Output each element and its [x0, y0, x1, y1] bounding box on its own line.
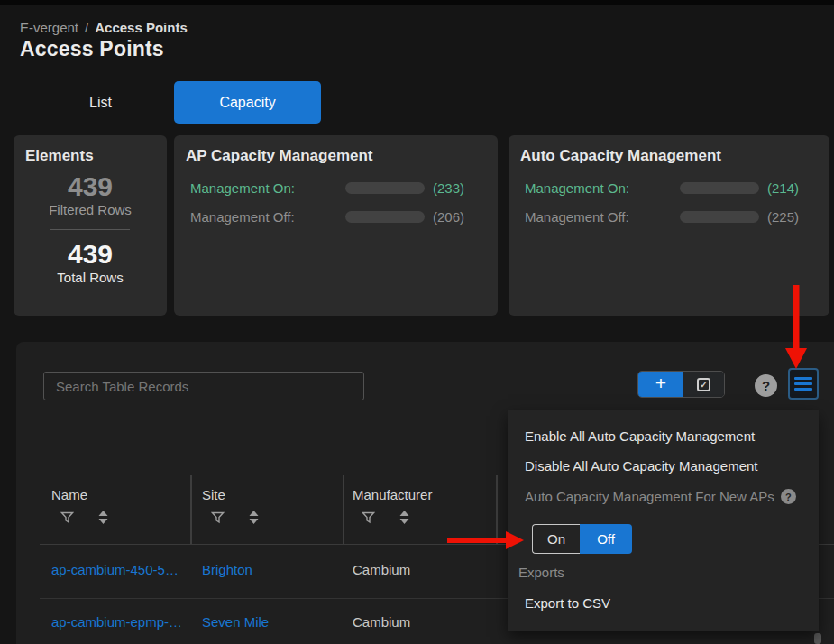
ap-management-off-label: Management Off:	[190, 209, 345, 225]
new-aps-toggle: On Off	[532, 524, 632, 554]
total-rows-value: 439	[14, 240, 167, 269]
annotation-arrow-menu-button	[784, 285, 809, 370]
select-columns-button[interactable]: ✓	[683, 372, 724, 397]
sort-icon[interactable]	[98, 511, 108, 524]
auto-capacity-card-title: Auto Capacity Management	[509, 135, 829, 165]
filter-icon[interactable]	[60, 511, 74, 524]
ap-capacity-card: AP Capacity Management Management On: (2…	[174, 135, 498, 316]
column-header-site[interactable]: Site	[202, 487, 225, 502]
breadcrumb-current: Access Points	[95, 20, 188, 35]
filtered-rows-value: 439	[14, 172, 167, 201]
auto-management-off-bar	[680, 211, 759, 223]
tab-list[interactable]: List	[27, 81, 174, 124]
view-tabs: List Capacity	[27, 81, 321, 124]
table-menu-button[interactable]	[788, 368, 819, 400]
breadcrumb-root[interactable]: E-vergent	[20, 20, 78, 35]
menu-item-disable-all[interactable]: Disable All Auto Capacity Management	[525, 458, 757, 474]
app-screen: E-vergent / Access Points Access Points …	[0, 0, 834, 644]
row-site-link[interactable]: Seven Mile	[202, 614, 269, 630]
auto-management-off-label: Management Off:	[525, 209, 680, 225]
ap-management-on-label: Management On:	[190, 180, 345, 196]
total-rows-label: Total Rows	[14, 270, 167, 285]
annotation-arrow-toggle	[447, 531, 525, 549]
filter-icon[interactable]	[362, 511, 375, 524]
menu-item-new-aps: Auto Capacity Management For New APs ?	[525, 489, 796, 504]
ap-management-on-count: (233)	[433, 180, 464, 196]
filter-icon[interactable]	[211, 511, 225, 524]
breadcrumb-separator: /	[85, 20, 88, 35]
help-icon[interactable]: ?	[781, 489, 796, 504]
scrollbar-thumb[interactable]	[814, 633, 821, 644]
column-separator	[190, 475, 192, 544]
plus-icon: +	[655, 373, 666, 394]
question-icon: ?	[762, 378, 770, 393]
ap-management-on-row: Management On: (233)	[174, 179, 498, 197]
row-site-link[interactable]: Brighton	[202, 562, 252, 577]
auto-management-on-bar	[680, 182, 759, 194]
hamburger-icon	[794, 377, 812, 380]
exports-section-label: Exports	[518, 565, 564, 580]
row-manufacturer: Cambium	[353, 614, 410, 630]
sort-icon[interactable]	[249, 511, 259, 524]
row-name-link[interactable]: ap-cambium-450-5…	[51, 562, 179, 577]
ap-management-off-count: (206)	[433, 209, 464, 225]
column-header-name[interactable]: Name	[51, 487, 87, 502]
ap-management-on-bar	[345, 182, 425, 194]
toggle-off-button[interactable]: Off	[580, 524, 632, 554]
top-strip	[0, 0, 834, 5]
sort-icon[interactable]	[399, 511, 409, 524]
new-aps-label: Auto Capacity Management For New APs	[525, 489, 774, 504]
filtered-rows-label: Filtered Rows	[14, 202, 167, 217]
tab-capacity[interactable]: Capacity	[174, 81, 321, 124]
menu-item-enable-all[interactable]: Enable All Auto Capacity Management	[525, 428, 755, 444]
breadcrumb: E-vergent / Access Points	[20, 20, 188, 35]
search-input[interactable]	[43, 372, 364, 400]
add-button[interactable]: +	[638, 372, 683, 397]
elements-card-title: Elements	[14, 135, 167, 165]
row-name-link[interactable]: ap-cambium-epmp-…	[51, 614, 182, 630]
elements-divider	[50, 229, 130, 230]
auto-management-on-count: (214)	[767, 180, 799, 196]
table-menu-dropdown: Enable All Auto Capacity Management Disa…	[508, 410, 819, 631]
table-action-group: + ✓	[637, 371, 725, 398]
toggle-on-button[interactable]: On	[532, 524, 580, 554]
page-title: Access Points	[20, 37, 164, 61]
auto-management-off-row: Management Off: (225)	[509, 207, 829, 225]
checkbox-icon: ✓	[697, 378, 710, 391]
auto-management-off-count: (225)	[767, 209, 799, 225]
help-button[interactable]: ?	[755, 374, 777, 397]
menu-item-export-csv[interactable]: Export to CSV	[525, 595, 610, 611]
auto-management-on-row: Management On: (214)	[509, 179, 829, 197]
column-header-manufacturer[interactable]: Manufacturer	[353, 487, 432, 502]
ap-management-off-row: Management Off: (206)	[174, 207, 498, 225]
auto-capacity-card: Auto Capacity Management Management On: …	[509, 135, 829, 316]
row-manufacturer: Cambium	[353, 562, 410, 577]
ap-management-off-bar	[345, 211, 425, 223]
auto-management-on-label: Management On:	[525, 180, 680, 196]
ap-capacity-card-title: AP Capacity Management	[174, 135, 498, 165]
elements-card: Elements 439 Filtered Rows 439 Total Row…	[14, 135, 167, 316]
column-separator	[343, 475, 344, 544]
